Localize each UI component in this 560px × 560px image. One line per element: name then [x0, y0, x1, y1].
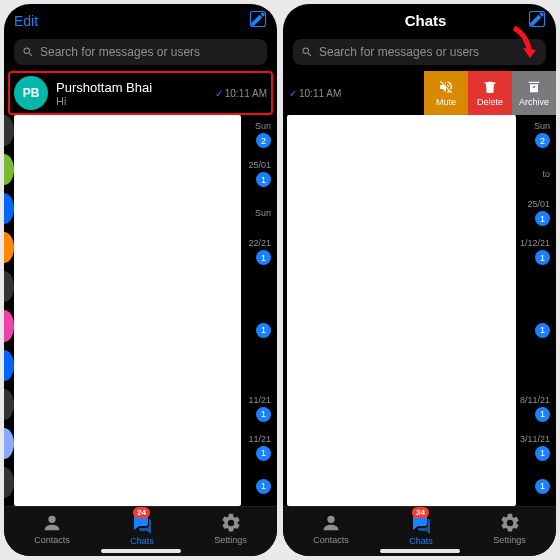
unread-badge: 1: [256, 446, 271, 461]
list-item-meta: 25/011: [248, 154, 271, 193]
chat-name: Purshottam Bhai: [56, 80, 207, 95]
unread-badge: 1: [535, 446, 550, 461]
avatar-edge: [4, 115, 14, 146]
unread-badge: 2: [256, 133, 271, 148]
list-item-meta: Sun2: [534, 115, 550, 154]
home-indicator[interactable]: [380, 549, 460, 553]
list-item-meta: 22/211: [248, 232, 271, 271]
list-item-meta: 11/211: [248, 389, 271, 428]
search-bar[interactable]: Search for messages or users: [14, 39, 267, 65]
home-indicator[interactable]: [101, 549, 181, 553]
compose-button[interactable]: [249, 10, 267, 31]
tab-chats[interactable]: 24 Chats: [409, 511, 433, 546]
search-icon: [22, 46, 34, 58]
search-placeholder: Search for messages or users: [319, 45, 479, 59]
avatar-edge: [4, 310, 14, 341]
chat-list-body: Sun2to25/0111/12/21118/11/2113/11/2111: [283, 115, 556, 506]
unread-badge: 1: [535, 407, 550, 422]
list-item-meta: 1: [256, 467, 271, 506]
unread-badge: 1: [535, 479, 550, 494]
svg-point-3: [327, 516, 334, 523]
unread-badge: 1: [256, 479, 271, 494]
list-item-meta: 1: [535, 310, 550, 349]
unread-badge: 1: [256, 250, 271, 265]
avatar: PB: [14, 76, 48, 110]
list-item-meta: to: [542, 154, 550, 193]
search-icon: [301, 46, 313, 58]
swipe-mute-button[interactable]: Mute: [424, 71, 468, 115]
tab-settings[interactable]: Settings: [214, 512, 247, 545]
unread-badge: 1: [256, 172, 271, 187]
list-item-meta: Sun: [255, 193, 271, 232]
unread-badge: 1: [535, 250, 550, 265]
avatar-edge: [4, 232, 14, 263]
list-item-meta: 11/211: [248, 428, 271, 467]
chat-row-swiped: ✓10:11 AM Mute Delete Archive: [283, 71, 556, 115]
avatar-edge: [4, 154, 14, 185]
list-item-meta: 1/12/211: [520, 232, 550, 271]
edit-button[interactable]: Edit: [14, 13, 38, 29]
unread-badge: 1: [535, 323, 550, 338]
tab-chats[interactable]: 24 Chats: [130, 511, 154, 546]
page-title: Chats: [405, 12, 447, 29]
annotation-arrow: [504, 26, 538, 70]
search-placeholder: Search for messages or users: [40, 45, 200, 59]
header: Edit: [4, 4, 277, 35]
avatar-edge: [4, 428, 14, 459]
archive-icon: [526, 79, 542, 95]
redacted-block: [14, 115, 241, 506]
list-item-meta: 25/011: [527, 193, 550, 232]
avatar-edge: [4, 193, 14, 224]
swipe-archive-button[interactable]: Archive: [512, 71, 556, 115]
tab-contacts[interactable]: Contacts: [313, 512, 349, 545]
trash-icon: [482, 79, 498, 95]
phone-right: Chats Search for messages or users ✓10:1…: [283, 4, 556, 556]
unread-badge: 1: [256, 407, 271, 422]
phone-left: Edit Search for messages or users PB Pur…: [4, 4, 277, 556]
tab-contacts[interactable]: Contacts: [34, 512, 70, 545]
chat-row-remainder[interactable]: ✓10:11 AM: [283, 71, 424, 115]
chat-row-highlighted[interactable]: PB Purshottam Bhai Hi ✓10:11 AM: [8, 71, 273, 115]
settings-icon: [499, 512, 521, 534]
chat-timestamp: ✓10:11 AM: [215, 88, 267, 99]
tab-badge: 24: [133, 507, 150, 518]
svg-point-1: [48, 516, 55, 523]
unread-badge: 2: [535, 133, 550, 148]
avatar-edge: [4, 350, 14, 381]
unread-badge: 1: [256, 323, 271, 338]
mute-icon: [438, 79, 454, 95]
list-item-meta: Sun2: [255, 115, 271, 154]
contacts-icon: [320, 512, 342, 534]
swipe-delete-button[interactable]: Delete: [468, 71, 512, 115]
list-item-meta: 8/11/211: [520, 389, 550, 428]
tab-badge: 24: [412, 507, 429, 518]
chat-list-body: Sun225/011Sun22/211111/21111/2111: [4, 115, 277, 506]
unread-badge: 1: [535, 211, 550, 226]
avatar-edge: [4, 271, 14, 302]
list-item-meta: 1: [535, 467, 550, 506]
settings-icon: [220, 512, 242, 534]
list-item-meta: 3/11/211: [520, 428, 550, 467]
tab-settings[interactable]: Settings: [493, 512, 526, 545]
list-item-meta: 1: [256, 310, 271, 349]
avatar-edge: [4, 467, 14, 498]
chat-preview: Hi: [56, 95, 207, 107]
avatar-edge: [4, 389, 14, 420]
redacted-block: [287, 115, 516, 506]
contacts-icon: [41, 512, 63, 534]
